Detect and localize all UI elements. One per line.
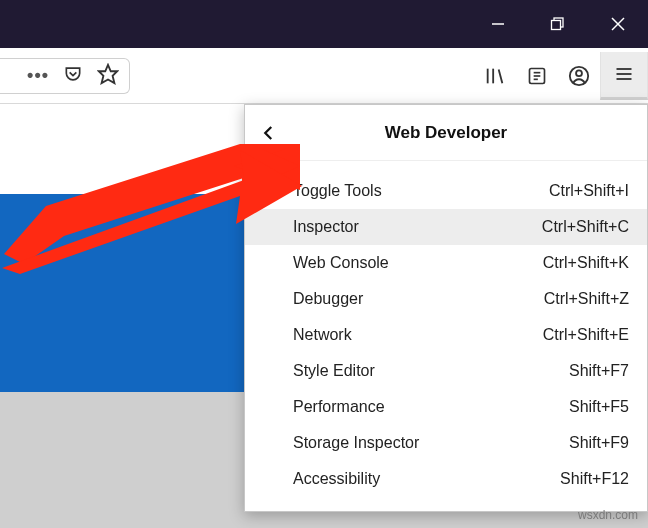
web-developer-menu: Web Developer Toggle ToolsCtrl+Shift+IIn… [244, 104, 648, 512]
menu-item-label: Accessibility [293, 470, 380, 488]
menu-item-web-console[interactable]: Web ConsoleCtrl+Shift+K [245, 245, 647, 281]
menu-item-shortcut: Shift+F5 [569, 398, 629, 416]
window-close-button[interactable] [588, 0, 648, 48]
menu-item-label: Storage Inspector [293, 434, 419, 452]
menu-item-label: Style Editor [293, 362, 375, 380]
menu-item-label: Toggle Tools [293, 182, 382, 200]
close-icon [611, 17, 625, 31]
menu-header: Web Developer [245, 105, 647, 161]
menu-item-shortcut: Ctrl+Shift+E [543, 326, 629, 344]
library-icon [484, 65, 506, 87]
hamburger-icon [614, 64, 634, 84]
app-menu-button[interactable] [600, 52, 648, 100]
menu-item-shortcut: Ctrl+Shift+I [549, 182, 629, 200]
watermark: wsxdn.com [578, 508, 638, 522]
window-maximize-button[interactable] [528, 0, 588, 48]
menu-item-shortcut: Shift+F7 [569, 362, 629, 380]
library-button[interactable] [474, 55, 516, 97]
menu-item-shortcut: Shift+F9 [569, 434, 629, 452]
page-content-blue [0, 194, 244, 392]
menu-item-accessibility[interactable]: AccessibilityShift+F12 [245, 461, 647, 497]
account-button[interactable] [558, 55, 600, 97]
menu-item-storage-inspector[interactable]: Storage InspectorShift+F9 [245, 425, 647, 461]
reader-view-button[interactable] [516, 55, 558, 97]
menu-item-shortcut: Ctrl+Shift+C [542, 218, 629, 236]
svg-rect-2 [552, 21, 561, 30]
page-content-strip [0, 104, 244, 194]
svg-point-14 [576, 70, 582, 76]
svg-line-8 [499, 69, 503, 83]
star-icon[interactable] [97, 63, 119, 89]
page-actions-icon[interactable]: ••• [27, 65, 49, 86]
maximize-restore-icon [550, 16, 566, 32]
menu-item-toggle-tools[interactable]: Toggle ToolsCtrl+Shift+I [245, 173, 647, 209]
menu-item-debugger[interactable]: DebuggerCtrl+Shift+Z [245, 281, 647, 317]
menu-item-label: Inspector [293, 218, 359, 236]
window-minimize-button[interactable] [468, 0, 528, 48]
account-icon [568, 65, 590, 87]
reader-view-icon [527, 66, 547, 86]
minimize-icon [491, 17, 505, 31]
menu-title: Web Developer [245, 123, 647, 143]
menu-item-label: Performance [293, 398, 385, 416]
menu-item-style-editor[interactable]: Style EditorShift+F7 [245, 353, 647, 389]
menu-item-label: Debugger [293, 290, 363, 308]
menu-item-performance[interactable]: PerformanceShift+F5 [245, 389, 647, 425]
urlbar-actions: ••• [0, 58, 130, 94]
menu-item-network[interactable]: NetworkCtrl+Shift+E [245, 317, 647, 353]
menu-item-shortcut: Shift+F12 [560, 470, 629, 488]
menu-item-shortcut: Ctrl+Shift+Z [544, 290, 629, 308]
menu-item-label: Network [293, 326, 352, 344]
menu-item-inspector[interactable]: InspectorCtrl+Shift+C [245, 209, 647, 245]
menu-item-shortcut: Ctrl+Shift+K [543, 254, 629, 272]
menu-item-label: Web Console [293, 254, 389, 272]
pocket-icon[interactable] [63, 64, 83, 88]
window-titlebar [0, 0, 648, 48]
menu-body: Toggle ToolsCtrl+Shift+IInspectorCtrl+Sh… [245, 161, 647, 511]
svg-marker-5 [99, 64, 117, 82]
browser-toolbar: ••• [0, 48, 648, 104]
